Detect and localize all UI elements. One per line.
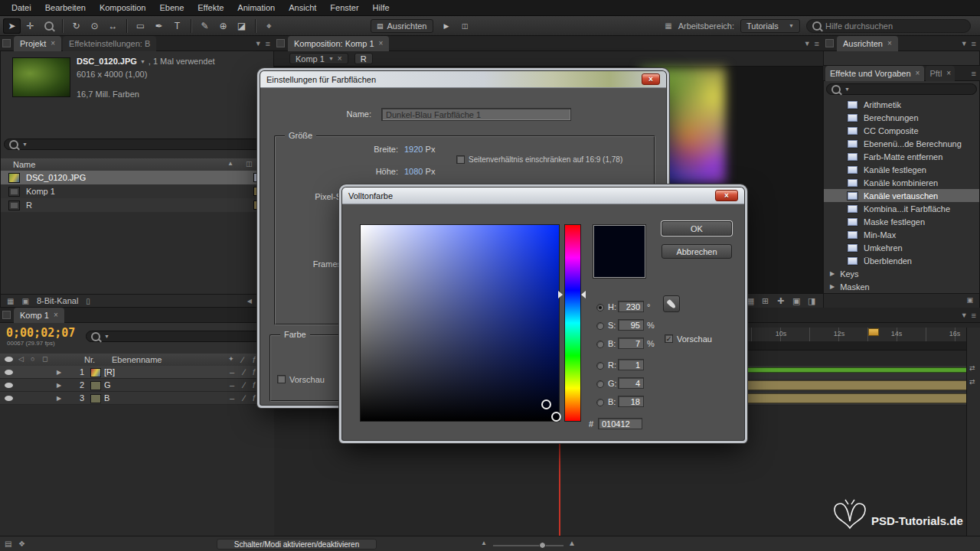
effect-item[interactable]: Ebenenü...de Berechnung [824, 137, 979, 150]
audio-column-icon[interactable]: ◁ [18, 355, 24, 363]
tab-komposition[interactable]: Komposition: Komp 1 × [288, 36, 389, 51]
menu-item-ebene[interactable]: Ebene [152, 3, 191, 12]
layer-row[interactable]: ▶ 3 B – ∕ f [0, 392, 274, 405]
comp-button-icon[interactable]: ⇄ [969, 364, 975, 372]
menu-item-bearbeiten[interactable]: Bearbeiten [38, 3, 93, 12]
zoom-slider-handle[interactable] [539, 542, 546, 549]
panel-menu-icon[interactable]: ≡ [266, 39, 270, 48]
scroll-left-icon[interactable]: ◀ [247, 298, 255, 305]
expand-layers-icon[interactable]: ▤ [5, 540, 11, 548]
height-value[interactable]: 1080 [404, 167, 423, 176]
project-row-selected[interactable]: DSC_0120.JPG [1, 171, 273, 184]
close-icon[interactable]: × [379, 39, 384, 47]
chevron-down-icon[interactable]: ▼ [255, 40, 262, 47]
menu-item-fenster[interactable]: Fenster [323, 3, 365, 12]
close-button[interactable]: × [715, 190, 738, 201]
workspace-expand-icon[interactable]: ▶ [438, 18, 456, 34]
workspace-select[interactable]: Tutorials ▼ [740, 19, 800, 33]
effects-search-input[interactable]: ▼ [826, 83, 977, 95]
quality-switch-icon[interactable]: – [230, 393, 234, 403]
cancel-button[interactable]: Abbrechen [662, 244, 732, 259]
fx-switch-icon[interactable]: f [253, 380, 255, 390]
grid-options-icon[interactable]: ▦ [746, 296, 754, 306]
eye-column-icon[interactable] [5, 357, 13, 362]
text-tool-icon[interactable]: T [168, 18, 186, 34]
brightness-radio[interactable] [596, 341, 604, 348]
toggle-switches-modes-button[interactable]: Schalter/Modi aktivieren/deaktivieren [217, 539, 377, 549]
tab-pftl[interactable]: Pftl × [926, 66, 955, 81]
pan-behind-tool-icon[interactable]: ↔ [104, 18, 122, 34]
zoom-out-mountain-icon[interactable]: ▲ [481, 540, 487, 546]
hue-slider-right-arrow-icon[interactable] [581, 291, 586, 298]
flowchart-icon[interactable]: ❖ [18, 540, 25, 548]
panel-grip-icon[interactable] [276, 39, 285, 47]
close-icon[interactable]: × [54, 311, 58, 319]
panel-grip-icon[interactable] [825, 39, 834, 47]
expand-arrow-icon[interactable]: ▶ [57, 382, 61, 389]
name-column-header[interactable]: Name [13, 160, 35, 169]
eye-icon[interactable] [5, 383, 13, 388]
project-search-input[interactable]: ▼ [4, 139, 269, 150]
hue-slider-left-arrow-icon[interactable] [558, 291, 563, 298]
eye-icon[interactable] [5, 370, 13, 375]
mask-tool-icon[interactable]: ▭ [132, 18, 149, 34]
saturation-radio[interactable] [596, 322, 604, 330]
close-icon[interactable]: × [51, 39, 55, 47]
panel-menu-icon[interactable]: ≡ [815, 39, 819, 48]
chevron-down-icon[interactable]: ▼ [804, 40, 811, 47]
hand-tool-icon[interactable]: ✛ [21, 18, 39, 34]
color-selection-ring[interactable] [541, 399, 551, 409]
current-time-display[interactable]: 0;00;02;07 [6, 326, 75, 340]
hue-radio[interactable] [596, 304, 604, 311]
pen-tool-icon[interactable]: ✒ [150, 18, 168, 34]
eyedropper-button[interactable] [663, 295, 680, 312]
solid-settings-titlebar[interactable]: Einstellungen für Farbflächen × [260, 71, 666, 88]
effect-item[interactable]: Kanäle kombinieren [824, 176, 979, 189]
tab-timeline-komp1[interactable]: Komp 1 × [14, 308, 64, 323]
menu-item-datei[interactable]: Datei [5, 3, 38, 12]
trash-icon[interactable]: ▯ [86, 297, 90, 305]
green-input[interactable]: 4 [618, 377, 644, 389]
menu-item-effekte[interactable]: Effekte [191, 3, 230, 12]
effect-item[interactable]: Kombina...it Farbfläche [824, 202, 979, 215]
menu-item-hilfe[interactable]: Hilfe [366, 3, 397, 12]
saturation-brightness-field[interactable] [360, 224, 560, 422]
quality-switch-icon[interactable]: – [230, 380, 234, 390]
effect-item[interactable]: Berechnungen [824, 111, 979, 124]
constrain-aspect-checkbox[interactable] [456, 155, 465, 164]
columns-icon[interactable]: ◫ [246, 160, 253, 168]
red-input[interactable]: 1 [618, 359, 644, 370]
effect-item[interactable]: Farb-Matte entfernen [824, 150, 979, 163]
eraser-tool-icon[interactable]: ◪ [233, 18, 250, 34]
close-button[interactable]: × [642, 73, 660, 85]
effect-item[interactable]: Umkehren [824, 241, 979, 254]
menu-item-komposition[interactable]: Komposition [93, 3, 153, 12]
quality-switch-icon[interactable]: – [230, 367, 234, 377]
eye-icon[interactable] [5, 396, 13, 401]
close-icon[interactable]: × [887, 39, 892, 47]
effect-item[interactable]: Überblenden [824, 254, 979, 267]
work-area-marker[interactable] [868, 328, 879, 336]
layer-name[interactable]: G [104, 380, 111, 390]
effect-item[interactable]: CC Composite [824, 124, 979, 137]
layer-row-selected[interactable]: ▶ 1 [R] – ∕ f [0, 366, 274, 379]
fx-column-icon[interactable]: f [253, 355, 255, 364]
ok-button[interactable]: OK [662, 221, 732, 236]
chevron-down-icon[interactable]: ▼ [961, 311, 968, 319]
menu-item-ansicht[interactable]: Ansicht [282, 3, 323, 12]
tab-effekte-und-vorgaben[interactable]: Effekte und Vorgaben × [825, 66, 924, 81]
lock-column-icon[interactable]: ◻ [42, 355, 47, 363]
layer-row[interactable]: ▶ 2 G – ∕ f [0, 379, 274, 392]
clone-stamp-tool-icon[interactable]: ⊕ [214, 18, 232, 34]
layer-name[interactable]: B [104, 393, 109, 403]
fx-switch-icon[interactable]: f [253, 367, 255, 377]
snapshot-icon[interactable]: ✚ [777, 296, 784, 306]
expand-arrow-icon[interactable]: ▶ [57, 369, 61, 376]
layer-name-column-header[interactable]: Ebenenname [112, 355, 162, 364]
mask-switch-icon[interactable]: ∕ [243, 380, 245, 390]
number-column-header[interactable]: Nr. [84, 355, 95, 364]
close-icon[interactable]: × [946, 69, 951, 77]
name-input[interactable]: Dunkel-Blau Farbfläche 1 [381, 108, 571, 121]
tab-projekt[interactable]: Projekt × [14, 36, 61, 51]
mask-switch-icon[interactable]: ∕ [243, 367, 245, 377]
